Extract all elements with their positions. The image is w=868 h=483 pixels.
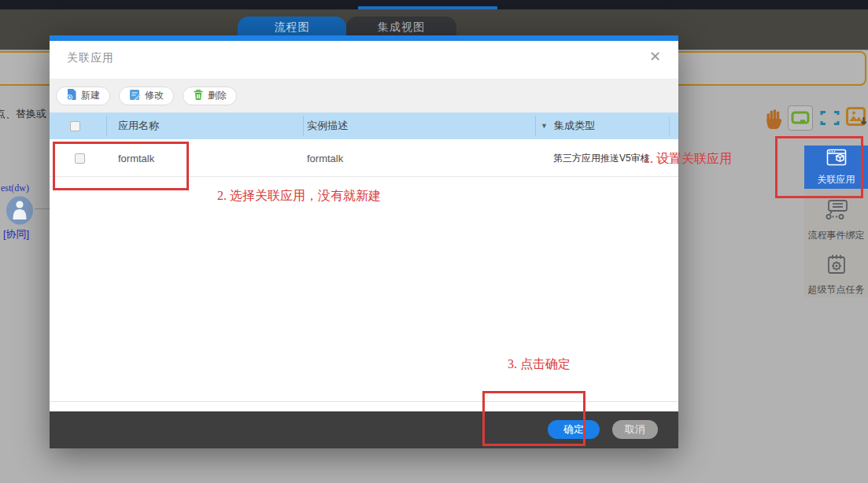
column-header-instance-desc[interactable]: 实例描述 xyxy=(307,112,348,139)
new-button-label: 新建 xyxy=(81,89,100,102)
column-header-integration-type: 集成类型 xyxy=(554,119,595,133)
dialog-accent-bar xyxy=(50,35,678,41)
new-document-icon xyxy=(66,88,77,103)
trash-icon xyxy=(193,89,204,103)
flow-event-binding-icon xyxy=(825,199,848,224)
tab-integration-view[interactable]: 集成视图 xyxy=(346,17,456,38)
flow-node-label: est(dw) xyxy=(1,183,29,194)
flow-connector-line xyxy=(35,208,50,209)
cell-instance-desc: formtalk xyxy=(307,139,343,177)
fit-view-icon[interactable] xyxy=(788,105,813,131)
edit-document-icon xyxy=(129,89,141,103)
edit-button-label: 修改 xyxy=(145,89,164,102)
sidebar-item-label: 流程事件绑定 xyxy=(808,229,865,242)
flow-node-tag: [协同] xyxy=(3,227,29,242)
close-icon[interactable]: ✕ xyxy=(649,50,661,64)
column-header-app-name[interactable]: 应用名称 xyxy=(118,112,159,139)
person-node-icon[interactable] xyxy=(6,196,34,225)
select-all-checkbox[interactable] xyxy=(70,112,80,139)
annotation-box-step3 xyxy=(482,391,585,446)
dialog-toolbar: 新建 修改 xyxy=(50,79,678,112)
cell-integration-type: 第三方应用推送V5审核 xyxy=(553,139,650,177)
export-image-icon[interactable] xyxy=(846,107,868,131)
app-screen: 流程图 集成视图 点、替换或 est(dw) [协同] xyxy=(0,0,868,483)
annotation-box-step1 xyxy=(775,136,863,198)
dialog-title: 关联应用 xyxy=(67,51,114,65)
annotation-text-step3: 3. 点击确定 xyxy=(508,356,571,373)
sort-dropdown[interactable]: ▼ 集成类型 xyxy=(541,112,595,139)
delete-button-label: 删除 xyxy=(208,89,227,102)
sidebar-item-label: 超级节点任务 xyxy=(808,283,865,297)
canvas-toolbar xyxy=(762,105,868,134)
table-header: 应用名称 实例描述 ▼ 集成类型 xyxy=(50,112,678,139)
edit-button[interactable]: 修改 xyxy=(119,87,174,105)
tab-flowchart[interactable]: 流程图 xyxy=(238,17,346,38)
cancel-button[interactable]: 取消 xyxy=(612,420,658,439)
linked-app-dialog: 关联应用 ✕ 新建 xyxy=(50,35,678,448)
background-clipped-text: 点、替换或 xyxy=(0,107,46,121)
annotation-box-step2 xyxy=(53,142,189,190)
sidebar-item-super-node-task[interactable]: 超级节点任务 xyxy=(804,243,868,297)
super-node-task-icon xyxy=(826,253,847,278)
delete-button[interactable]: 删除 xyxy=(183,87,237,105)
sort-arrow-icon: ▼ xyxy=(541,122,548,130)
annotation-text-step2: 2. 选择关联应用，没有就新建 xyxy=(217,188,381,205)
annotation-text-step1: 1. 设置关联应用 xyxy=(644,151,732,168)
fullscreen-icon[interactable] xyxy=(820,110,840,129)
new-button[interactable]: 新建 xyxy=(56,87,110,105)
hand-icon[interactable] xyxy=(765,109,783,133)
